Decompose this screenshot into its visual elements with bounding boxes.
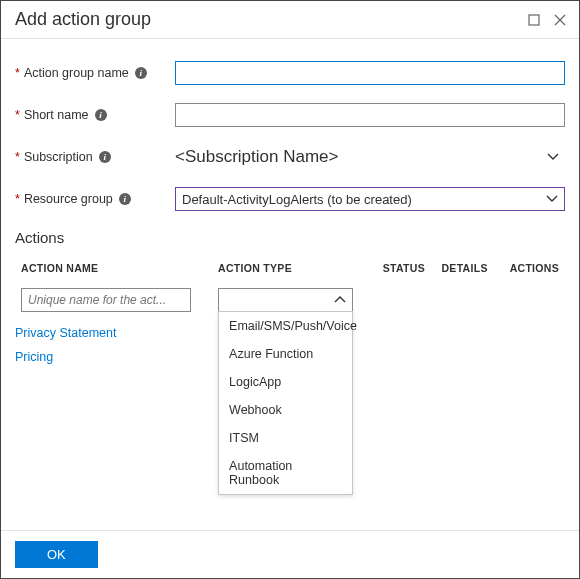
titlebar: Add action group [1, 1, 579, 39]
label-short-name: * Short name i [15, 108, 175, 122]
required-marker: * [15, 192, 20, 206]
label-text: Action group name [24, 66, 129, 80]
required-marker: * [15, 150, 20, 164]
subscription-value: <Subscription Name> [175, 147, 338, 167]
row-subscription: * Subscription i <Subscription Name> [15, 145, 565, 169]
actions-header-row: ACTION NAME ACTION TYPE STATUS DETAILS A… [15, 254, 565, 284]
label-resource-group: * Resource group i [15, 192, 175, 206]
privacy-link[interactable]: Privacy Statement [15, 326, 116, 340]
svg-rect-0 [529, 15, 539, 25]
actions-heading: Actions [15, 229, 579, 246]
dialog-title: Add action group [15, 9, 517, 30]
label-text: Subscription [24, 150, 93, 164]
label-subscription: * Subscription i [15, 150, 175, 164]
pricing-link[interactable]: Pricing [15, 350, 53, 364]
col-details: DETAILS [435, 254, 498, 284]
action-group-name-input[interactable] [175, 61, 565, 85]
label-text: Resource group [24, 192, 113, 206]
chevron-down-icon [547, 153, 559, 161]
dialog-footer: OK [1, 530, 579, 578]
col-status: STATUS [377, 254, 436, 284]
label-action-group-name: * Action group name i [15, 66, 175, 80]
info-icon[interactable]: i [135, 67, 147, 79]
info-icon[interactable]: i [95, 109, 107, 121]
maximize-icon[interactable] [525, 11, 543, 29]
resource-group-value: Default-ActivityLogAlerts (to be created… [182, 192, 412, 207]
col-action-name: ACTION NAME [15, 254, 212, 284]
close-icon[interactable] [551, 11, 569, 29]
dropdown-option[interactable]: Automation Runbook [219, 452, 352, 494]
action-type-dropdown: Email/SMS/Push/Voice Azure Function Logi… [218, 311, 353, 495]
actions-table: ACTION NAME ACTION TYPE STATUS DETAILS A… [15, 254, 565, 316]
dropdown-option[interactable]: Azure Function [219, 340, 352, 368]
dropdown-option[interactable]: Email/SMS/Push/Voice [219, 312, 352, 340]
dropdown-option[interactable]: Webhook [219, 396, 352, 424]
form-area: * Action group name i * Short name i * S… [1, 39, 579, 211]
chevron-down-icon [546, 195, 558, 203]
action-row: Email/SMS/Push/Voice Azure Function Logi… [15, 284, 565, 316]
subscription-select[interactable]: <Subscription Name> [175, 145, 565, 169]
info-icon[interactable]: i [119, 193, 131, 205]
action-type-select[interactable] [218, 288, 353, 312]
required-marker: * [15, 66, 20, 80]
row-resource-group: * Resource group i Default-ActivityLogAl… [15, 187, 565, 211]
label-text: Short name [24, 108, 89, 122]
ok-button[interactable]: OK [15, 541, 98, 568]
short-name-input[interactable] [175, 103, 565, 127]
required-marker: * [15, 108, 20, 122]
action-name-input[interactable] [21, 288, 191, 312]
row-short-name: * Short name i [15, 103, 565, 127]
col-action-type: ACTION TYPE [212, 254, 377, 284]
row-action-group-name: * Action group name i [15, 61, 565, 85]
info-icon[interactable]: i [99, 151, 111, 163]
chevron-up-icon [334, 296, 346, 304]
dropdown-option[interactable]: ITSM [219, 424, 352, 452]
dropdown-option[interactable]: LogicApp [219, 368, 352, 396]
col-actions: ACTIONS [499, 254, 565, 284]
resource-group-select[interactable]: Default-ActivityLogAlerts (to be created… [175, 187, 565, 211]
